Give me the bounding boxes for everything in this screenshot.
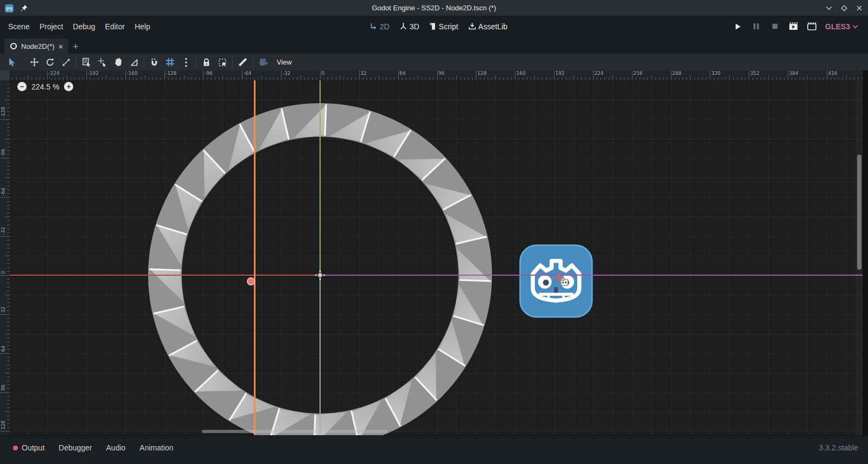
scale-icon — [62, 58, 71, 67]
scene-tab-bar: Node2D(*) × + — [0, 37, 868, 54]
group-object-button[interactable] — [214, 55, 230, 69]
lock-icon — [202, 58, 210, 67]
view-menu-button[interactable]: View — [271, 58, 297, 66]
stop-button[interactable] — [770, 22, 780, 31]
move-tool-button[interactable] — [27, 55, 42, 69]
toolbar-separator — [196, 57, 196, 68]
rotate-icon — [46, 58, 55, 67]
list-select-button[interactable] — [79, 55, 94, 69]
close-tab-icon[interactable]: × — [58, 42, 63, 50]
play-scene-button[interactable] — [788, 22, 798, 31]
vertical-scrollbar-thumb[interactable] — [857, 155, 861, 270]
script-icon — [429, 22, 437, 30]
godot-logo-sprite[interactable] — [519, 243, 593, 320]
debugger-panel-button[interactable]: Debugger — [55, 443, 95, 452]
window-controls — [825, 0, 864, 16]
pause-button[interactable] — [751, 22, 761, 31]
3d-icon — [399, 22, 407, 30]
audio-panel-button[interactable]: Audio — [103, 443, 129, 452]
pivot-icon — [98, 58, 107, 67]
play-button[interactable] — [733, 22, 743, 31]
snap-options-button[interactable] — [178, 55, 194, 69]
menu-project[interactable]: Project — [35, 22, 68, 31]
select-tool-button[interactable] — [4, 55, 20, 69]
zoom-level[interactable]: 224.5 % — [31, 82, 59, 91]
output-alert-dot — [13, 446, 18, 450]
workspace-2d-button[interactable]: 2D — [367, 22, 392, 31]
minimize-button[interactable] — [825, 4, 833, 12]
group-icon — [218, 58, 227, 67]
godot-editor-window: Godot Engine - SS2D - Node2D.tscn (*) Sc… — [0, 0, 868, 464]
vertical-ruler[interactable] — [0, 80, 10, 435]
engine-version: 3.3.2.stable — [819, 443, 858, 452]
vertical-dots-icon — [184, 58, 188, 67]
menu-editor[interactable]: Editor — [100, 22, 130, 31]
menu-bar: Scene Project Debug Editor Help 2D 3D — [0, 16, 868, 37]
toolbar-separator — [232, 57, 233, 68]
override-camera-button[interactable] — [256, 55, 271, 69]
pivot-tool-button[interactable] — [94, 55, 110, 69]
playback-controls: GLES3 — [733, 16, 858, 37]
menu-scene[interactable]: Scene — [3, 22, 35, 31]
grid-snap-icon — [165, 58, 175, 67]
assetlib-icon — [468, 22, 476, 30]
magnet-icon — [150, 58, 159, 67]
origin-gizmo[interactable] — [315, 270, 326, 281]
viewport-canvas[interactable] — [10, 80, 868, 435]
camera-icon — [259, 58, 268, 66]
smart-snap-button[interactable] — [146, 55, 162, 69]
canvas-toolbar: View — [0, 54, 868, 71]
pan-hand-icon — [114, 58, 123, 67]
renderer-selector[interactable]: GLES3 — [825, 22, 858, 31]
output-panel-button[interactable]: Output — [10, 443, 48, 452]
title-bar: Godot Engine - SS2D - Node2D.tscn (*) — [0, 0, 868, 16]
horizontal-scrollbar-thumb[interactable] — [202, 430, 388, 433]
lock-object-button[interactable] — [199, 55, 214, 69]
add-scene-tab-button[interactable]: + — [68, 40, 82, 54]
scale-tool-button[interactable] — [58, 55, 74, 69]
workspace-3d-button[interactable]: 3D — [397, 22, 422, 31]
horizontal-ruler[interactable] — [10, 71, 868, 80]
menu-help[interactable]: Help — [130, 22, 155, 31]
vertical-guide-line[interactable] — [254, 80, 256, 435]
rotate-tool-button[interactable] — [42, 55, 58, 69]
skeleton-button[interactable] — [235, 55, 251, 69]
ruler-corner — [0, 71, 10, 80]
pan-tool-button[interactable] — [110, 55, 126, 69]
select-arrow-icon — [8, 58, 17, 67]
menu-debug[interactable]: Debug — [68, 22, 100, 31]
zoom-controls: − 224.5 % + — [17, 82, 73, 91]
window-title: Godot Engine - SS2D - Node2D.tscn (*) — [0, 4, 868, 12]
ruler-tool-button[interactable] — [126, 55, 142, 69]
animation-panel-button[interactable]: Animation — [136, 443, 176, 452]
grid-snap-button[interactable] — [162, 55, 178, 69]
move-icon — [30, 58, 39, 67]
zoom-in-button[interactable]: + — [64, 82, 73, 91]
chevron-down-icon — [852, 24, 858, 29]
scene-tab-node2d[interactable]: Node2D(*) × — [4, 39, 68, 54]
2d-icon — [369, 22, 378, 30]
node2d-icon — [10, 42, 17, 50]
close-window-button[interactable] — [855, 4, 864, 12]
renderer-label: GLES3 — [825, 22, 850, 31]
list-select-icon — [82, 58, 91, 67]
play-custom-scene-button[interactable] — [807, 22, 816, 31]
workspace-assetlib-button[interactable]: AssetLib — [465, 22, 510, 31]
maximize-button[interactable] — [840, 4, 848, 12]
zoom-out-button[interactable]: − — [17, 82, 27, 91]
workspace-switcher: 2D 3D Script A — [367, 16, 510, 37]
toolbar-separator — [144, 57, 144, 68]
shape-point-handle[interactable] — [247, 277, 255, 285]
bottom-panel-bar: Output Debugger Audio Animation 3.3.2.st… — [0, 435, 868, 464]
workspace-script-button[interactable]: Script — [426, 22, 461, 31]
toolbar-separator — [76, 57, 76, 68]
scene-tab-label: Node2D(*) — [21, 42, 54, 50]
bone-icon — [238, 58, 247, 67]
ruler-icon — [130, 58, 138, 67]
toolbar-separator — [253, 57, 253, 68]
